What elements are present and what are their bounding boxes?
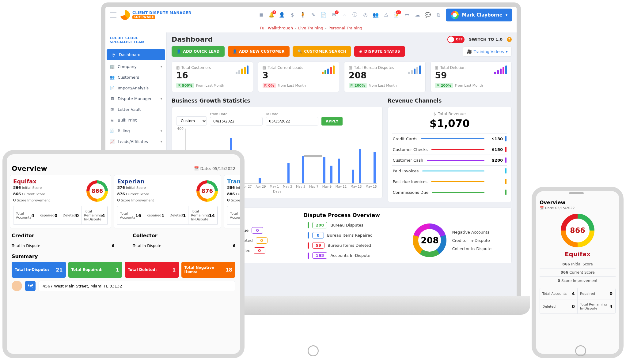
customer-search-button[interactable]: 🔍CUSTOMER SEARCH [293, 46, 351, 57]
phone-stat-cell: Deleted0 [540, 299, 578, 314]
app-logo[interactable]: CLIENT DISPUTE MANAGER SOFTWARE [120, 10, 192, 20]
bell-icon[interactable]: 🔔4 [269, 12, 274, 18]
user-name: Mark Clayborne [462, 12, 503, 18]
dispute-stat: 208Bureau Disputes [308, 222, 373, 228]
search-icon: 🔍 [298, 49, 302, 54]
bureau-row: Equifax 866 Initial Score 866 Current Sc… [10, 175, 237, 228]
link-personal-training[interactable]: Personal Training [328, 26, 362, 30]
person-icon[interactable]: 🧍 [300, 12, 305, 18]
nav-icon: 🏢 [110, 64, 115, 69]
training-videos-dropdown[interactable]: 🎥 Training Videos ▾ [463, 47, 512, 57]
phone-overview-title: Overview [540, 200, 616, 205]
dollar-icon[interactable]: $ [290, 12, 295, 18]
logo-mark-icon [120, 10, 130, 20]
version-toggle[interactable]: OFF [447, 36, 465, 43]
revenue-row: Paid Invoices [392, 165, 507, 176]
revenue-row: Commissions Due [392, 187, 507, 197]
stat-card: ▦ Total Bureau Disputes 208 ⇱ 200% From … [344, 62, 426, 92]
creditor-row: Total In-Dispute6 [12, 241, 114, 250]
phone-bureau-name: Equifax [540, 250, 616, 258]
nav-icon: 🧾 [110, 129, 115, 133]
nav-dashboard[interactable]: ◔Dashboard [107, 49, 165, 60]
warning-icon[interactable]: ⚠ [383, 12, 389, 18]
menu-toggle-icon[interactable] [110, 13, 116, 17]
stat-card: ▦ Total Current Leads 3 ⇱ 0% From Last M… [258, 62, 340, 92]
phone-score-line: 866 Current Score [540, 268, 616, 276]
nav-dispute-manager[interactable]: 🖥Dispute Manager▾ [105, 93, 166, 104]
add-quick-lead-button[interactable]: 👤ADD QUICK LEAD [172, 46, 225, 57]
nav-customers[interactable]: 👥Customers [105, 72, 166, 83]
copy-icon[interactable]: ⧉ [435, 12, 441, 18]
note-icon[interactable]: 📝20 [394, 12, 399, 18]
chat-icon[interactable]: 💬 [425, 12, 431, 18]
document-icon[interactable]: 📄 [321, 12, 326, 18]
link-full-walkthrough[interactable]: Full Walkthrough [260, 26, 293, 30]
chevron-down-icon: ▾ [506, 13, 507, 17]
group-icon[interactable]: 👥 [373, 12, 378, 18]
phone-stat-grid: Total Accounts4Repaired0Deleted0Total Re… [540, 288, 616, 314]
tablet-camera [304, 155, 322, 157]
dispute-stat: 59Bureau Items Deleted [308, 242, 373, 249]
stat-label: ▦ Total Deletion [435, 66, 466, 70]
nav-company[interactable]: 🏢Company▾ [105, 61, 166, 72]
phone-stat-cell: Total Remaining In-Dispute4 [578, 299, 615, 314]
switch-label: SWITCH TO 1.0 [469, 37, 503, 42]
nav-icon: 📄 [110, 86, 115, 90]
phone-stat-cell: Repaired0 [578, 288, 615, 299]
sparkline-icon [236, 66, 249, 74]
sparkline-icon [494, 66, 507, 74]
bureau-card-transunion: TransUnion 886 Initial Score 886 Current… [224, 175, 240, 228]
phone-stat-cell: Total Accounts4 [540, 288, 578, 299]
summary-card: Total Negative Items:18 [181, 262, 236, 278]
dispute-status-button[interactable]: ◉DISPUTE STATUS [354, 46, 405, 57]
target-icon[interactable]: ◎ [362, 12, 368, 18]
from-date-input[interactable] [210, 117, 263, 126]
user-menu[interactable]: Mark Clayborne ▾ [446, 9, 512, 21]
list-icon[interactable]: ≣ [258, 12, 264, 18]
revenue-total: $1,070 [392, 117, 507, 129]
nav-billing[interactable]: 🧾Billing▾ [105, 126, 166, 136]
tablet-home-button[interactable] [308, 345, 319, 356]
sparkline-icon [322, 66, 335, 74]
stat-label: ▦ Total Customers [176, 66, 211, 70]
nav-import-analysis[interactable]: 📄Import/Analysis [105, 83, 166, 93]
stat-label: ▦ Total Current Leads [263, 66, 303, 70]
map-icon[interactable]: 🗺 [25, 281, 36, 291]
card-icon[interactable]: ▭ [404, 12, 410, 18]
revenue-row: Credit Cards $130 [392, 133, 507, 144]
tablet-overview-title: Overview [12, 165, 47, 172]
summary-title: Summary [12, 253, 235, 259]
logo-text: CLIENT DISPUTE MANAGER SOFTWARE [132, 11, 192, 19]
stat-value: 16 [176, 70, 211, 81]
nav-icon: 📈 [110, 139, 115, 144]
info-icon[interactable]: ⓘ [352, 12, 358, 18]
user-icon[interactable]: 👤 [279, 12, 285, 18]
nav-bulk-print[interactable]: 🖨Bulk Print [105, 115, 166, 126]
nav-letter-vault[interactable]: ✉Letter Vault [105, 104, 166, 115]
mail-icon[interactable]: ✉2 [331, 12, 337, 18]
action-row: 👤ADD QUICK LEAD 👤ADD NEW CUSTOMER 🔍CUSTO… [172, 46, 512, 57]
nav-icon: 🖨 [110, 118, 115, 122]
pencil-icon[interactable]: ✎ [310, 12, 316, 18]
link-live-training[interactable]: Live Training [298, 26, 323, 30]
dispute-stat: 168Accounts In-Dispute [308, 252, 373, 259]
to-date-input[interactable] [266, 117, 318, 126]
phone-home-button[interactable] [575, 345, 586, 356]
person-plus-icon: 👤 [233, 49, 237, 54]
address-text: 4567 West Main Street, Miami FL 33132 [39, 281, 235, 291]
nav-leads-affiliates[interactable]: 📈Leads/Affiliates▾ [105, 136, 166, 147]
revenue-row: Past due Invoices [392, 176, 507, 187]
revenue-row: Customer Cash $280 [392, 155, 507, 165]
phone-date: 📅 Date: 05/15/2022 [540, 206, 616, 210]
help-icon[interactable]: ? [507, 37, 512, 42]
client-avatar [12, 281, 22, 291]
add-customer-button[interactable]: 👤ADD NEW CUSTOMER [228, 46, 290, 57]
cloud-icon[interactable]: ☁ [415, 12, 420, 18]
stat-value: 59 [435, 70, 466, 81]
apply-button[interactable]: APPLY [321, 117, 343, 126]
org-icon[interactable]: ⛬ [342, 12, 347, 18]
team-label: CREDIT SCORE SPECIALIST TEAM [105, 32, 166, 48]
topbar-icons: ≣ 🔔4 👤 $ 🧍 ✎ 📄 ✉2 ⛬ ⓘ ◎ 👥 ⚠ 📝20 ▭ ☁ 💬 ⧉ … [258, 9, 512, 21]
range-select[interactable]: Custom [176, 116, 207, 126]
stat-value: 208 [349, 70, 394, 81]
